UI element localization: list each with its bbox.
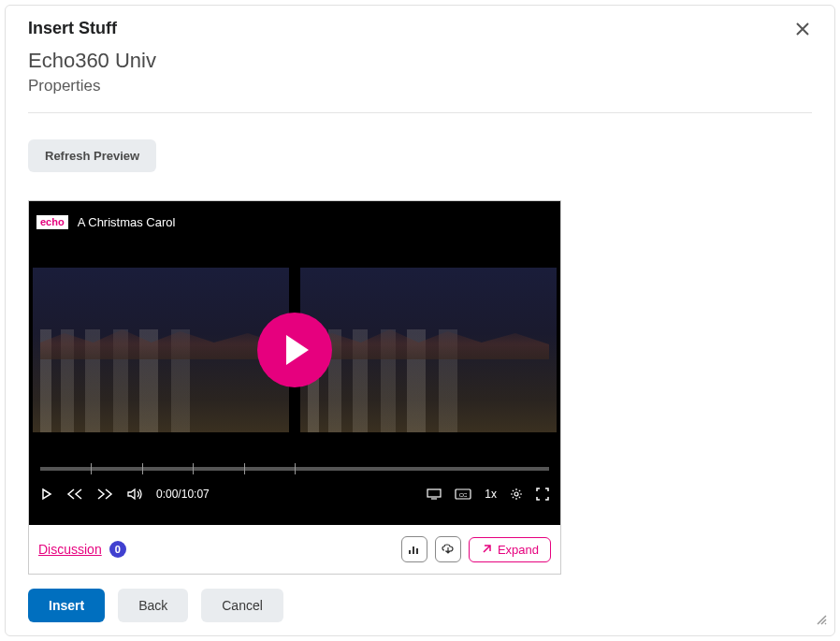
video-thumbnail-left	[33, 268, 289, 432]
back-button[interactable]: Back	[118, 589, 188, 622]
volume-icon[interactable]	[126, 488, 143, 501]
expand-label: Expand	[498, 543, 539, 557]
refresh-preview-button[interactable]: Refresh Preview	[28, 139, 156, 172]
discussion-link-wrap: Discussion 0	[38, 541, 126, 558]
discussion-link[interactable]: Discussion	[38, 542, 102, 557]
video-header: echo A Christmas Carol	[29, 201, 560, 242]
video-footer: Discussion 0 Expand	[29, 525, 560, 574]
svg-rect-0	[427, 489, 441, 497]
resize-handle-icon[interactable]	[814, 612, 827, 628]
captions-icon[interactable]: CC	[455, 488, 471, 500]
svg-text:CC: CC	[459, 492, 468, 498]
video-controls: 0:00/10:07 CC 1x	[29, 458, 560, 525]
progress-bar[interactable]	[40, 467, 549, 471]
dialog-footer: Insert Back Cancel	[6, 575, 834, 635]
video-thumbnail-right	[300, 268, 557, 432]
dialog-header: Insert Stuff	[6, 6, 834, 41]
video-title: A Christmas Carol	[78, 215, 176, 229]
analytics-button[interactable]	[401, 536, 427, 562]
layout-icon[interactable]	[427, 488, 442, 500]
video-player: echo A Christmas Carol	[28, 200, 561, 575]
cancel-button[interactable]: Cancel	[201, 589, 283, 622]
speed-button[interactable]: 1x	[485, 488, 497, 501]
dialog-title: Insert Stuff	[28, 19, 117, 38]
video-stage	[29, 242, 560, 458]
rewind-icon[interactable]	[66, 488, 83, 501]
discussion-count-badge: 0	[109, 541, 126, 558]
forward-icon[interactable]	[96, 488, 113, 501]
expand-button[interactable]: Expand	[469, 537, 551, 562]
content-scroll[interactable]: Echo360 Univ Properties Refresh Preview …	[6, 41, 834, 575]
fullscreen-icon[interactable]	[536, 488, 549, 501]
settings-gear-icon[interactable]	[510, 488, 523, 501]
insert-button[interactable]: Insert	[28, 589, 105, 622]
service-name: Echo360 Univ	[28, 49, 812, 73]
play-button[interactable]	[257, 313, 332, 387]
svg-point-4	[514, 492, 518, 496]
close-icon[interactable]	[793, 19, 812, 41]
echo-logo: echo	[36, 215, 68, 229]
insert-stuff-dialog: Insert Stuff Echo360 Univ Properties Ref…	[5, 5, 835, 636]
play-small-icon[interactable]	[40, 488, 53, 501]
properties-label: Properties	[28, 77, 812, 95]
time-display: 0:00/10:07	[156, 488, 210, 501]
divider	[28, 112, 812, 113]
download-button[interactable]	[435, 536, 461, 562]
